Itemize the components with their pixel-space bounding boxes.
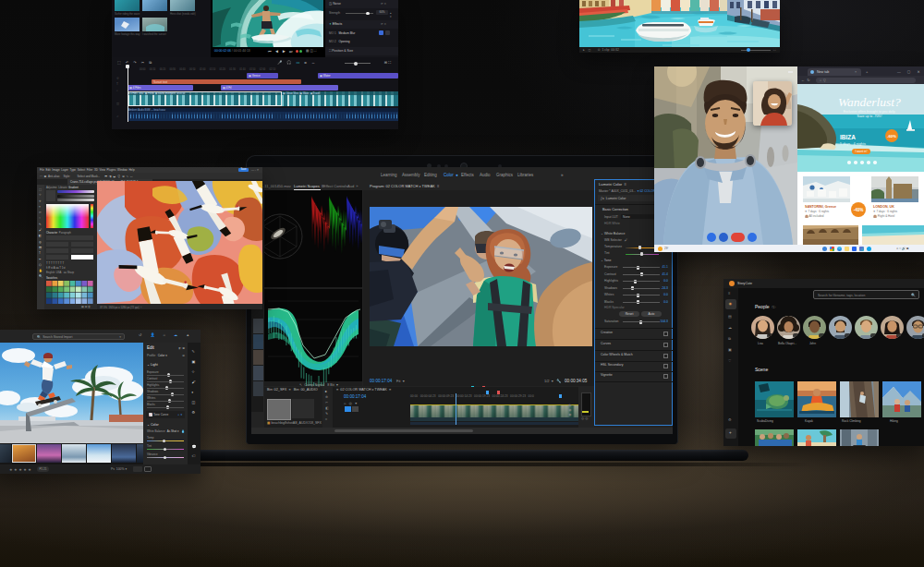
svg-text:🏨 All included: 🏨 All included <box>805 214 824 218</box>
svg-text:IBIZA: IBIZA <box>840 134 856 140</box>
svg-text:SANTORINI, Greece: SANTORINI, Greece <box>805 205 836 209</box>
svg-text:LONDON, UK: LONDON, UK <box>873 205 894 209</box>
svg-text:5 days · 4 nights: 5 days · 4 nights <box>840 142 866 146</box>
svg-text:-60%: -60% <box>887 134 896 139</box>
svg-text:-40%: -40% <box>854 208 864 212</box>
svg-text:Wanderlust?: Wanderlust? <box>838 95 901 109</box>
svg-text:🏨 Flight & Hotel: 🏨 Flight & Hotel <box>873 214 895 218</box>
svg-text:✈ 7 days · 6 nights: ✈ 7 days · 6 nights <box>873 210 898 213</box>
svg-text:Save up to -70%!: Save up to -70%! <box>857 115 882 118</box>
svg-text:✈ 7 days · 6 nights: ✈ 7 days · 6 nights <box>805 210 830 213</box>
svg-text:I want in!: I want in! <box>855 150 867 153</box>
svg-text:Exclusive offers brought to yo: Exclusive offers brought to you daily. <box>844 110 896 114</box>
